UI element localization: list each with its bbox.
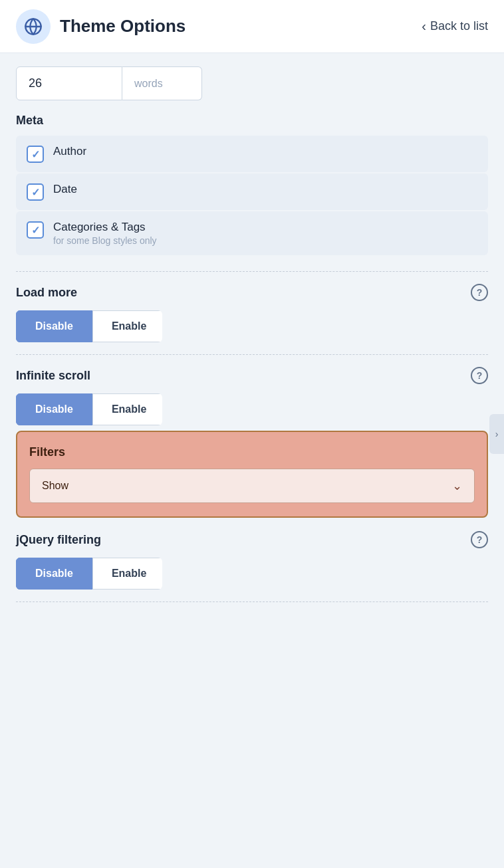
collapse-chevron-icon: ›	[495, 429, 499, 439]
divider-2	[16, 354, 488, 355]
load-more-header: Load more ?	[16, 284, 488, 301]
infinite-scroll-toggle: Disable Enable	[16, 393, 162, 425]
date-checkbox[interactable]: ✓	[27, 183, 44, 201]
main-content: words Meta ✓ Author ✓ Date ✓ Ca	[0, 53, 504, 627]
load-more-enable-button[interactable]: Enable	[92, 310, 162, 342]
date-checkmark: ✓	[31, 186, 40, 199]
filters-label: Filters	[29, 445, 475, 459]
globe-icon	[16, 9, 51, 44]
checkbox-date[interactable]: ✓ Date	[16, 173, 488, 210]
jquery-filtering-help-icon[interactable]: ?	[471, 531, 488, 548]
back-to-list-button[interactable]: ‹ Back to list	[422, 19, 488, 34]
infinite-scroll-header: Infinite scroll ?	[16, 367, 488, 384]
infinite-scroll-label: Infinite scroll	[16, 369, 90, 383]
jquery-filtering-label: jQuery filtering	[16, 533, 101, 547]
infinite-scroll-disable-button[interactable]: Disable	[16, 393, 92, 425]
categories-label: Categories & Tags	[53, 221, 157, 234]
divider-3	[16, 601, 488, 602]
side-collapse-handle[interactable]: ›	[489, 414, 504, 454]
filters-select[interactable]: Show ⌄	[29, 469, 475, 503]
load-more-disable-button[interactable]: Disable	[16, 310, 92, 342]
header-left: Theme Options	[16, 9, 186, 44]
load-more-label: Load more	[16, 286, 77, 300]
load-more-help-icon[interactable]: ?	[471, 284, 488, 301]
back-chevron-icon: ‹	[422, 19, 426, 34]
divider-1	[16, 271, 488, 272]
word-count-row: words	[16, 66, 488, 100]
checkbox-categories[interactable]: ✓ Categories & Tags for some Blog styles…	[16, 211, 488, 255]
infinite-scroll-enable-button[interactable]: Enable	[92, 393, 162, 425]
filters-chevron-icon: ⌄	[452, 479, 462, 493]
meta-checkbox-group: ✓ Author ✓ Date ✓ Categories & Tags for …	[16, 136, 488, 255]
meta-label: Meta	[16, 114, 488, 128]
author-checkmark: ✓	[31, 148, 40, 161]
categories-checkbox[interactable]: ✓	[27, 221, 44, 239]
word-count-input[interactable]	[16, 66, 122, 100]
word-count-unit: words	[122, 66, 202, 100]
filters-section: Filters Show ⌄	[16, 431, 488, 518]
author-label: Author	[53, 145, 86, 158]
load-more-toggle: Disable Enable	[16, 310, 162, 342]
date-label: Date	[53, 183, 77, 196]
filters-selected-value: Show	[42, 480, 68, 492]
categories-checkmark: ✓	[31, 224, 40, 237]
page-title: Theme Options	[60, 16, 186, 37]
jquery-filtering-header: jQuery filtering ?	[16, 531, 488, 548]
jquery-filtering-toggle: Disable Enable	[16, 558, 162, 590]
back-label: Back to list	[430, 19, 488, 33]
jquery-filtering-enable-button[interactable]: Enable	[92, 558, 162, 590]
jquery-filtering-disable-button[interactable]: Disable	[16, 558, 92, 590]
header: Theme Options ‹ Back to list	[0, 0, 504, 53]
infinite-scroll-help-icon[interactable]: ?	[471, 367, 488, 384]
checkbox-author[interactable]: ✓ Author	[16, 136, 488, 172]
categories-sublabel: for some Blog styles only	[53, 235, 157, 246]
author-checkbox[interactable]: ✓	[27, 146, 44, 163]
